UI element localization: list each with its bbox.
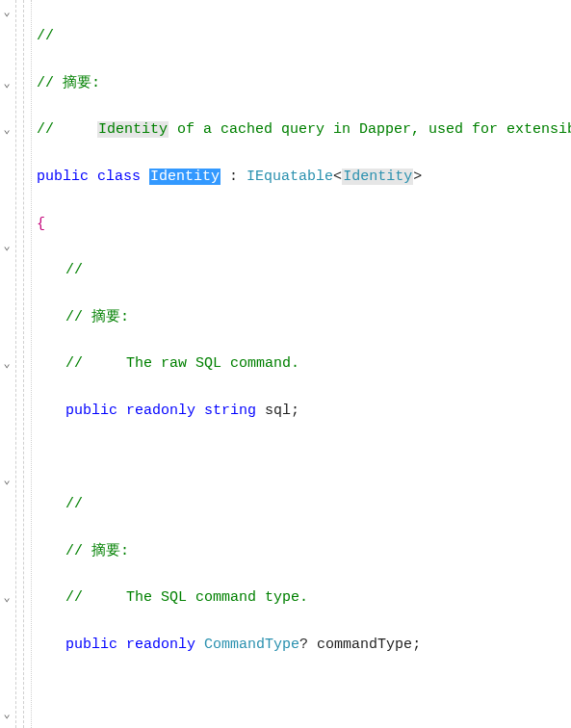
highlighted-reference: Identity [342, 169, 413, 185]
chevron-down-icon: ⌄ [3, 122, 10, 137]
highlighted-reference: Identity [97, 121, 169, 138]
fold-toggle[interactable]: ⌄ [0, 353, 13, 373]
fold-toggle[interactable]: ⌄ [0, 236, 13, 255]
selected-identifier: Identity [149, 169, 221, 185]
keyword: public [65, 403, 117, 419]
keyword: readonly [126, 403, 195, 419]
fold-toggle[interactable]: ⌄ [0, 119, 13, 139]
indent-guides [15, 0, 37, 728]
comment: // The raw SQL command. [65, 355, 299, 372]
fold-toggle[interactable]: ⌄ [0, 704, 13, 723]
keyword: public [65, 637, 117, 653]
chevron-down-icon: ⌄ [3, 76, 10, 91]
identifier: commandType [317, 637, 412, 653]
comment: // 摘要: [65, 543, 129, 559]
code-area[interactable]: // // 摘要: // Identity of a cached query … [37, 0, 571, 728]
keyword: public [37, 169, 89, 185]
comment: // The SQL command type. [65, 589, 308, 606]
fold-toggle[interactable]: ⌄ [0, 2, 13, 21]
keyword: string [204, 403, 256, 419]
chevron-down-icon: ⌄ [3, 473, 10, 487]
fold-toggle[interactable]: ⌄ [0, 73, 13, 92]
chevron-down-icon: ⌄ [3, 707, 10, 721]
type: CommandType [204, 637, 299, 653]
gutter: ⌄ ⌄ ⌄ ⌄ ⌄ ⌄ ⌄ ⌄ [0, 0, 37, 728]
identifier: sql [265, 403, 291, 419]
fold-column: ⌄ ⌄ ⌄ ⌄ ⌄ ⌄ ⌄ ⌄ [0, 0, 13, 728]
comment: // 摘要: [65, 309, 129, 325]
fold-toggle[interactable]: ⌄ [0, 587, 13, 607]
chevron-down-icon: ⌄ [3, 356, 10, 371]
chevron-down-icon: ⌄ [3, 590, 10, 605]
chevron-down-icon: ⌄ [3, 239, 10, 253]
type: IEquatable [247, 169, 333, 185]
comment: // [37, 121, 97, 138]
comment: // [37, 28, 54, 44]
code-editor: ⌄ ⌄ ⌄ ⌄ ⌄ ⌄ ⌄ ⌄ // // 摘要: // Identity of… [0, 0, 571, 728]
comment: // [65, 496, 83, 512]
keyword: class [97, 169, 141, 185]
brace: { [37, 216, 45, 232]
chevron-down-icon: ⌄ [3, 5, 10, 19]
comment: of a cached query in Dapper, used for ex… [169, 121, 571, 138]
keyword: readonly [126, 637, 195, 653]
comment: // 摘要: [37, 75, 100, 91]
fold-toggle[interactable]: ⌄ [0, 470, 13, 489]
comment: // [65, 262, 83, 278]
